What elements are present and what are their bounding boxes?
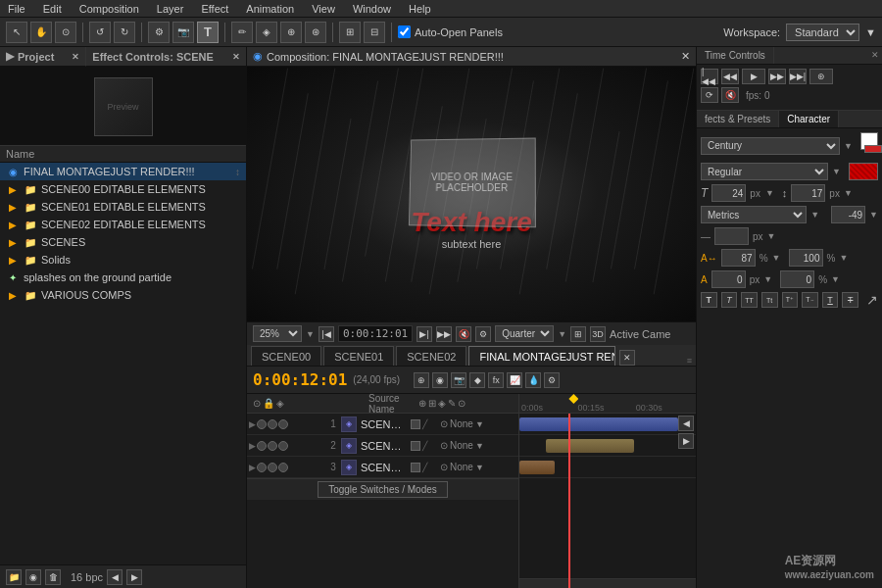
- switch-sq-3[interactable]: [411, 463, 420, 472]
- new-folder-btn[interactable]: 📁: [6, 569, 22, 585]
- timeline-row[interactable]: ▶ 3 ◈ SCENE00 ╱: [247, 457, 518, 478]
- switch-sq-2[interactable]: [411, 441, 420, 451]
- go-prev-btn[interactable]: ◀◀: [721, 69, 739, 84]
- right-panel-close[interactable]: ✕: [868, 47, 882, 64]
- pen-tool-btn[interactable]: ⚙: [148, 22, 170, 43]
- leading-arrow[interactable]: ▼: [844, 188, 853, 198]
- toggle-grid-btn[interactable]: ⊞: [570, 326, 586, 342]
- 3d-btn[interactable]: 3D: [590, 326, 606, 342]
- motion-blur-btn[interactable]: 💧: [525, 372, 541, 388]
- kerning-input[interactable]: [831, 206, 865, 223]
- solo-switch-3[interactable]: [268, 463, 277, 472]
- project-panel-header[interactable]: ▶ Project ✕: [0, 47, 86, 67]
- expr-btn[interactable]: fx: [488, 372, 504, 388]
- camera-switch-btn[interactable]: 📷: [451, 372, 466, 388]
- menu-help[interactable]: Help: [405, 2, 435, 16]
- smallcaps-btn[interactable]: Tt: [761, 292, 778, 308]
- solo-btn[interactable]: ◉: [432, 372, 448, 388]
- text-tool-btn[interactable]: T: [197, 22, 219, 43]
- timeline-menu-icon[interactable]: ≡: [687, 356, 692, 366]
- color-preview[interactable]: [849, 163, 878, 180]
- timeline-tab-scene00[interactable]: SCENE00: [251, 346, 321, 366]
- puppet-tool-btn[interactable]: ⊛: [305, 22, 326, 43]
- tracking-arrow[interactable]: ▼: [772, 253, 781, 263]
- tracking-input[interactable]: [721, 249, 756, 267]
- go-next-btn[interactable]: ▶▶: [768, 69, 786, 84]
- list-item[interactable]: ◉ FINAL MONTAGEJUST RENDER!!! ↕: [0, 163, 246, 180]
- scroll-indicator[interactable]: ↕: [235, 167, 240, 177]
- dash-arrow[interactable]: ▼: [767, 231, 776, 241]
- lock-switch-2[interactable]: [278, 441, 288, 451]
- time-display[interactable]: 0:00:12:01: [253, 370, 347, 389]
- kerning-arrow[interactable]: ▼: [869, 210, 878, 220]
- underline-btn[interactable]: T: [822, 292, 839, 308]
- allcaps-btn[interactable]: TT: [741, 292, 758, 308]
- new-comp-btn[interactable]: ◉: [25, 569, 41, 585]
- track-bar-2[interactable]: [546, 439, 634, 453]
- graph-btn[interactable]: 📈: [507, 372, 522, 388]
- bold-btn[interactable]: T: [701, 292, 717, 308]
- font-name-dropdown[interactable]: Century: [701, 137, 840, 155]
- new-layer-btn[interactable]: ⊕: [414, 372, 429, 388]
- lock-switch-1[interactable]: [278, 419, 288, 429]
- timeline-tracks[interactable]: 0:00s 00:15s 00:30s: [519, 394, 696, 588]
- quality-arrow[interactable]: ▼: [558, 329, 566, 339]
- quality-dropdown[interactable]: Quarter: [495, 325, 554, 342]
- list-item[interactable]: ▶ 📁 SCENE00 EDITABLE ELEMENTS: [0, 180, 246, 198]
- eye-switch-2[interactable]: [257, 441, 267, 451]
- go-last-btn[interactable]: ▶▶|: [789, 69, 807, 84]
- menu-layer[interactable]: Layer: [153, 2, 188, 16]
- go-first-btn[interactable]: |◀◀: [701, 69, 718, 84]
- character-tab[interactable]: Character: [779, 111, 839, 127]
- metrics-arrow[interactable]: ▼: [810, 210, 819, 220]
- menu-file[interactable]: File: [4, 2, 29, 16]
- baseline-input[interactable]: [711, 270, 746, 288]
- italic-btn[interactable]: T: [721, 292, 738, 308]
- prev-frame-btn[interactable]: |◀: [318, 326, 334, 342]
- effect-controls-header[interactable]: Effect Controls: SCENE ✕: [86, 47, 246, 67]
- auto-open-checkbox[interactable]: Auto-Open Panels: [398, 25, 503, 38]
- trash-btn[interactable]: 🗑: [45, 569, 61, 585]
- solo-switch-1[interactable]: [268, 419, 277, 429]
- dash-input[interactable]: [714, 227, 749, 245]
- workspace-expand-icon[interactable]: ▼: [865, 26, 876, 38]
- comp-viewer-canvas[interactable]: VIDEO OR IMAGE PLACEHOLDER Text here sub…: [247, 67, 696, 321]
- list-item[interactable]: ▶ 📁 SCENES: [0, 233, 246, 251]
- effects-presets-tab[interactable]: fects & Presets: [697, 111, 779, 127]
- play-btn[interactable]: ▶: [742, 69, 765, 84]
- scroll-down-btn[interactable]: ▶: [678, 433, 694, 449]
- close-timeline-tab[interactable]: ✕: [619, 350, 635, 366]
- tsumi-arrow[interactable]: ▼: [831, 274, 840, 284]
- list-item[interactable]: ✦ splashes on the ground partide: [0, 269, 246, 286]
- metrics-dropdown[interactable]: Metrics: [701, 206, 807, 223]
- list-item[interactable]: ▶ 📁 Solids: [0, 251, 246, 269]
- tracking2-arrow[interactable]: ▼: [839, 253, 848, 263]
- list-item[interactable]: ▶ 📁 VARIOUS COMPS: [0, 286, 246, 304]
- font-size-input[interactable]: [711, 184, 746, 202]
- shape-tool-btn[interactable]: ✏: [231, 22, 253, 43]
- sub-btn[interactable]: T₋: [802, 292, 818, 308]
- next-btn[interactable]: ▶: [126, 569, 142, 585]
- list-item[interactable]: ▶ 📁 SCENE01 EDITABLE ELEMENTS: [0, 198, 246, 216]
- eye-switch-3[interactable]: [257, 463, 267, 472]
- solo-switch-2[interactable]: [268, 441, 277, 451]
- adjustment-btn[interactable]: ⚙: [544, 372, 560, 388]
- timeline-track-area[interactable]: [519, 414, 696, 588]
- preview-btn[interactable]: ▶▶: [436, 326, 452, 342]
- next-frame-btn[interactable]: ▶|: [416, 326, 432, 342]
- prev-btn[interactable]: ◀: [107, 569, 122, 585]
- menu-composition[interactable]: Composition: [75, 2, 143, 16]
- super-btn[interactable]: T⁺: [782, 292, 799, 308]
- menu-effect[interactable]: Effect: [197, 2, 232, 16]
- rotate-left-btn[interactable]: ↺: [89, 22, 111, 43]
- strikeout-btn[interactable]: T: [842, 292, 858, 308]
- leading-input[interactable]: [791, 184, 825, 202]
- font-style-arrow[interactable]: ▼: [832, 167, 841, 176]
- settings-btn[interactable]: ⚙: [475, 326, 491, 342]
- timeline-tab-final[interactable]: FINAL MONTAGEJUST RENDER!!!: [468, 346, 615, 366]
- timeline-row[interactable]: ▶ 2 ◈ SCENE01 ╱: [247, 435, 518, 457]
- switch-sq-1[interactable]: [411, 419, 420, 429]
- camera-tool-btn[interactable]: 📷: [172, 22, 194, 43]
- h-scrollbar[interactable]: [519, 578, 696, 588]
- font-dropdown-arrow[interactable]: ▼: [844, 141, 853, 151]
